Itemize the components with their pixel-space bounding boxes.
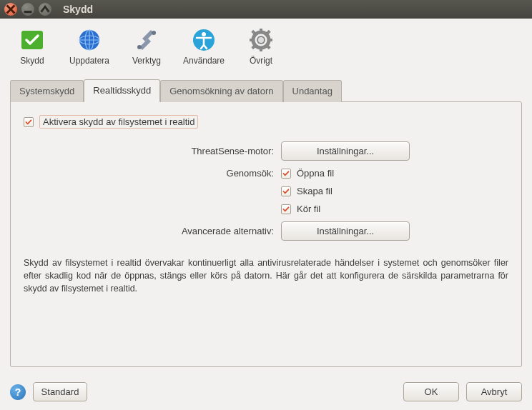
run-file-label: Kör fil — [297, 204, 320, 214]
cancel-button[interactable]: Avbryt — [466, 382, 522, 401]
main-toolbar: Skydd Uppdatera Verktyg Användare Övrigt — [0, 19, 532, 71]
ok-button[interactable]: OK — [403, 382, 459, 401]
tools-icon — [134, 27, 159, 53]
toolbar-label: Användare — [183, 56, 225, 66]
tabstrip: Systemskydd Realtidsskydd Genomsökning a… — [10, 79, 522, 101]
toolbar-skydd[interactable]: Skydd — [7, 24, 57, 69]
threatsense-settings-button[interactable]: Inställningar... — [281, 141, 410, 161]
aktivera-label: Aktivera skydd av filsystemet i realtid — [39, 115, 198, 129]
advanced-label: Avancerade alternativ: — [24, 226, 281, 236]
genomsok-label: Genomsök: — [24, 168, 281, 179]
window-minimize-button[interactable] — [21, 3, 34, 16]
aktivera-checkbox[interactable] — [24, 117, 34, 127]
svg-point-4 — [137, 45, 142, 49]
tab-panel-realtidsskydd: Aktivera skydd av filsystemet i realtid … — [10, 101, 522, 367]
run-file-checkbox[interactable] — [281, 204, 291, 214]
toolbar-ovrigt[interactable]: Övrigt — [236, 24, 286, 69]
open-file-checkbox[interactable] — [281, 169, 291, 179]
globe-icon — [77, 27, 102, 53]
svg-point-5 — [152, 31, 156, 35]
gear-icon — [248, 27, 274, 53]
advanced-settings-button[interactable]: Inställningar... — [281, 221, 410, 241]
dialog-footer: ? Standard OK Avbryt — [0, 375, 532, 410]
window-close-button[interactable] — [4, 3, 17, 16]
create-file-label: Skapa fil — [297, 186, 332, 196]
tab-systemskydd[interactable]: Systemskydd — [10, 80, 84, 102]
toolbar-label: Uppdatera — [69, 56, 109, 66]
titlebar: Skydd — [0, 0, 532, 19]
tab-undantag[interactable]: Undantag — [283, 80, 342, 102]
toolbar-anvandare[interactable]: Användare — [179, 24, 229, 69]
description-text: Skydd av filsystemet i realtid övervakar… — [24, 256, 508, 295]
svg-point-7 — [202, 32, 206, 36]
standard-button[interactable]: Standard — [33, 382, 87, 401]
toolbar-label: Verktyg — [132, 56, 161, 66]
threatsense-label: ThreatSense-motor: — [24, 146, 281, 156]
accessibility-icon — [191, 27, 217, 53]
toolbar-uppdatera[interactable]: Uppdatera — [64, 24, 114, 69]
toolbar-label: Skydd — [20, 56, 44, 66]
create-file-checkbox[interactable] — [281, 186, 291, 196]
window-title: Skydd — [63, 4, 93, 15]
tab-genomsokning[interactable]: Genomsökning av datorn — [160, 80, 282, 102]
open-file-label: Öppna fil — [297, 168, 334, 179]
window-maximize-button[interactable] — [39, 3, 51, 16]
tab-realtidsskydd[interactable]: Realtidsskydd — [84, 79, 160, 102]
toolbar-verktyg[interactable]: Verktyg — [122, 24, 172, 69]
svg-point-18 — [258, 37, 264, 43]
help-button[interactable]: ? — [10, 384, 26, 400]
toolbar-label: Övrigt — [250, 56, 272, 66]
shield-check-icon — [19, 27, 45, 53]
